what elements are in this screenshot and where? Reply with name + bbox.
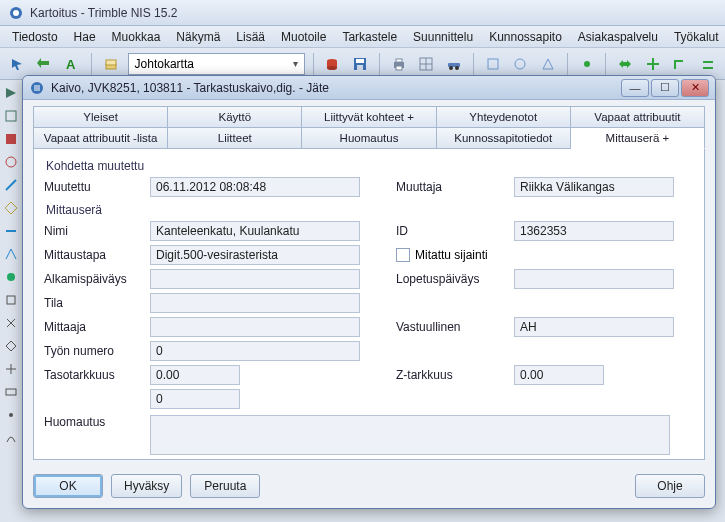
tabs-row-2: Vapaat attribuutit -lista Liitteet Huoma… — [33, 128, 705, 149]
label-mitattu-sijainti: Mitattu sijainti — [415, 248, 488, 262]
menubar: Tiedosto Hae Muokkaa Näkymä Lisää Muotoi… — [0, 26, 725, 48]
field-tyon-numero: 0 — [150, 341, 360, 361]
return-icon[interactable] — [34, 53, 56, 75]
arrow-lr-icon[interactable] — [614, 53, 636, 75]
field-nimi: Kanteleenkatu, Kuulankatu — [150, 221, 360, 241]
tool1-icon[interactable] — [482, 53, 504, 75]
grid-icon[interactable] — [416, 53, 438, 75]
svg-text:A: A — [66, 57, 76, 71]
dialog-buttons: OK Hyväksy Peruuta Ohje — [23, 466, 715, 508]
tab-yleiset[interactable]: Yleiset — [33, 106, 168, 128]
menu-hae[interactable]: Hae — [66, 27, 104, 47]
field-huomautus[interactable] — [150, 415, 670, 455]
tool2-icon[interactable] — [509, 53, 531, 75]
field-extra-zero: 0 — [150, 389, 240, 409]
menu-nakyma[interactable]: Näkymä — [168, 27, 228, 47]
tab-yhteydenotot[interactable]: Yhteydenotot — [437, 106, 571, 128]
menu-muokkaa[interactable]: Muokkaa — [104, 27, 169, 47]
label-muuttaja: Muuttaja — [396, 180, 506, 194]
label-lopetuspaivays: Lopetuspäiväys — [396, 272, 506, 286]
checkbox-mitattu-sijainti[interactable]: Mitattu sijainti — [396, 248, 488, 262]
tab-kunnossapitotiedot[interactable]: Kunnossapitotiedot — [437, 128, 571, 149]
label-muutettu: Muutettu — [44, 180, 142, 194]
tab-liitteet[interactable]: Liitteet — [168, 128, 302, 149]
menu-muotoile[interactable]: Muotoile — [273, 27, 334, 47]
menu-tarkastele[interactable]: Tarkastele — [334, 27, 405, 47]
side-tool-5-icon[interactable] — [1, 175, 21, 195]
menu-tyokalut[interactable]: Työkalut — [666, 27, 725, 47]
svg-rect-20 — [488, 59, 498, 69]
field-alkamispaivays — [150, 269, 360, 289]
maximize-button[interactable]: ☐ — [651, 79, 679, 97]
db-icon[interactable] — [322, 53, 344, 75]
menu-asiakaspalvelu[interactable]: Asiakaspalvelu — [570, 27, 666, 47]
menu-kunnossapito[interactable]: Kunnossapito — [481, 27, 570, 47]
side-tool-6-icon[interactable] — [1, 198, 21, 218]
side-tool-4-icon[interactable] — [1, 152, 21, 172]
side-tool-3-icon[interactable] — [1, 129, 21, 149]
dialog-titlebar[interactable]: Kaivo, JVK8251, 103811 - Tarkastuskaivo,… — [23, 76, 715, 100]
svg-point-1 — [13, 10, 19, 16]
label-mittaaja: Mittaaja — [44, 320, 142, 334]
svg-point-7 — [327, 66, 337, 70]
menu-lisaa[interactable]: Lisää — [228, 27, 273, 47]
field-tila — [150, 293, 360, 313]
side-tool-9-icon[interactable] — [1, 267, 21, 287]
map-select-label: Johtokartta — [135, 57, 194, 71]
map-select[interactable]: Johtokartta ▾ — [128, 53, 305, 75]
side-tool-2-icon[interactable] — [1, 106, 21, 126]
svg-point-22 — [584, 61, 590, 67]
section-kohdetta-muutettu: Kohdetta muutettu — [44, 155, 694, 175]
side-tool-15-icon[interactable] — [1, 405, 21, 425]
svg-point-18 — [449, 66, 453, 70]
svg-rect-13 — [396, 66, 402, 70]
dot-icon[interactable] — [576, 53, 598, 75]
label-tyon-numero: Työn numero — [44, 344, 142, 358]
tab-vapaat-attribuutit[interactable]: Vapaat attribuutit — [571, 106, 705, 128]
tab-liittyvat-kohteet[interactable]: Liittyvät kohteet + — [302, 106, 436, 128]
cancel-button[interactable]: Peruuta — [190, 474, 260, 498]
tab-kaytto[interactable]: Käyttö — [168, 106, 302, 128]
text-a-icon[interactable]: A — [61, 53, 83, 75]
chevron-down-icon: ▾ — [293, 58, 298, 69]
tool3-icon[interactable] — [537, 53, 559, 75]
side-tool-13-icon[interactable] — [1, 359, 21, 379]
side-tool-7-icon[interactable] — [1, 221, 21, 241]
kaivo-dialog: Kaivo, JVK8251, 103811 - Tarkastuskaivo,… — [22, 75, 716, 509]
side-tool-11-icon[interactable] — [1, 313, 21, 333]
label-tila: Tila — [44, 296, 142, 310]
car-icon[interactable] — [443, 53, 465, 75]
help-button[interactable]: Ohje — [635, 474, 705, 498]
corner-icon[interactable] — [670, 53, 692, 75]
side-tool-14-icon[interactable] — [1, 382, 21, 402]
accept-button[interactable]: Hyväksy — [111, 474, 182, 498]
label-z-tarkkuus: Z-tarkkuus — [396, 368, 506, 382]
label-huomautus: Huomautus — [44, 415, 142, 429]
side-tool-16-icon[interactable] — [1, 428, 21, 448]
close-button[interactable]: ✕ — [681, 79, 709, 97]
svg-point-29 — [6, 157, 16, 167]
tab-vapaat-attribuutit-lista[interactable]: Vapaat attribuutit -lista — [33, 128, 168, 149]
minimize-button[interactable]: ― — [621, 79, 649, 97]
offset-icon[interactable] — [697, 53, 719, 75]
side-tool-1-icon[interactable] — [1, 83, 21, 103]
save-icon[interactable] — [349, 53, 371, 75]
tab-huomautus[interactable]: Huomautus — [302, 128, 436, 149]
tabs-row-1: Yleiset Käyttö Liittyvät kohteet + Yhtey… — [33, 106, 705, 128]
ok-button[interactable]: OK — [33, 474, 103, 498]
menu-tiedosto[interactable]: Tiedosto — [4, 27, 66, 47]
tab-mittausera[interactable]: Mittauserä + — [571, 128, 705, 149]
menu-suunnittelu[interactable]: Suunnittelu — [405, 27, 481, 47]
field-tasotarkkuus: 0.00 — [150, 365, 240, 385]
layers-icon[interactable] — [100, 53, 122, 75]
side-tool-10-icon[interactable] — [1, 290, 21, 310]
print-icon[interactable] — [388, 53, 410, 75]
field-muutettu: 06.11.2012 08:08:48 — [150, 177, 360, 197]
select-arrow-icon[interactable] — [6, 53, 28, 75]
svg-rect-33 — [7, 296, 15, 304]
side-tool-12-icon[interactable] — [1, 336, 21, 356]
label-id: ID — [396, 224, 506, 238]
side-tool-8-icon[interactable] — [1, 244, 21, 264]
svg-rect-4 — [106, 60, 116, 65]
cross-icon[interactable] — [642, 53, 664, 75]
